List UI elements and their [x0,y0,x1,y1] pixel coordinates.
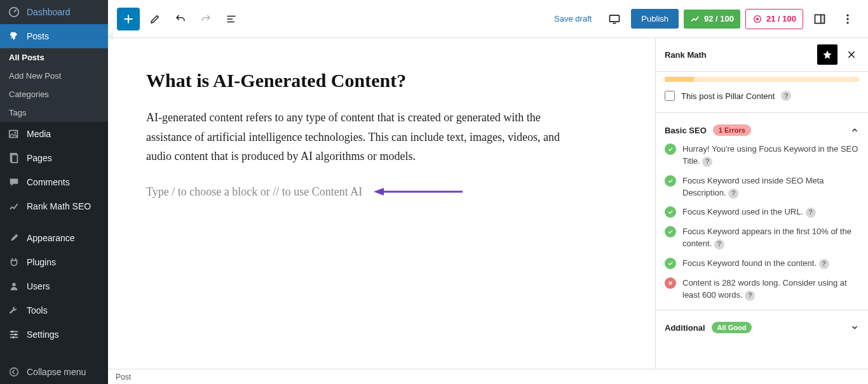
star-icon [822,50,832,60]
sliders-icon [8,328,20,341]
admin-sidebar: Dashboard Posts All Posts Add New Post C… [0,0,108,384]
help-icon[interactable]: ? [714,239,724,249]
help-icon[interactable]: ? [728,189,738,199]
seo-check-list: Hurray! You're using Focus Keyword in th… [656,143,868,310]
seo-check-text: Focus Keyword appears in the first 10% o… [682,226,859,250]
chevron-down-icon [850,323,859,332]
section-basic-seo[interactable]: Basic SEO 1 Errors [656,113,868,143]
svg-point-8 [12,336,15,339]
subitem-categories[interactable]: Categories [0,85,108,103]
wrench-icon [8,304,20,317]
svg-point-17 [846,18,848,20]
pillar-content-checkbox[interactable] [665,91,675,101]
check-ok-icon [665,206,676,218]
editor-canvas[interactable]: What is AI-Generated Content? AI-generat… [108,38,655,369]
seo-check-item: Focus Keyword found in the content. ? [665,258,859,270]
content-ai-score-value: 21 / 100 [766,14,796,23]
sidebar-item-label: Posts [27,31,49,41]
check-ok-icon [665,258,676,269]
svg-marker-20 [374,188,384,195]
sidebar-item-posts[interactable]: Posts [0,24,108,48]
seo-check-item: Hurray! You're using Focus Keyword in th… [665,143,859,168]
seo-score-badge[interactable]: 92 / 100 [684,10,740,29]
collapse-label: Collapse menu [27,367,86,377]
close-icon [846,50,857,60]
edit-mode-button[interactable] [145,9,165,29]
svg-point-6 [11,331,14,333]
svg-point-16 [846,14,848,16]
score-strip [665,77,859,82]
publish-button[interactable]: Publish [631,9,679,29]
sidebar-item-label: Settings [27,329,59,340]
sidebar-item-media[interactable]: Media [0,122,108,146]
sidebar-item-pages[interactable]: Pages [0,146,108,170]
pillar-label: This post is Pillar Content [681,91,775,101]
seo-check-item: Focus Keyword used in the URL. ? [665,206,859,218]
sidebar-item-appearance[interactable]: Appearance [0,226,108,250]
preview-button[interactable] [603,8,626,30]
breadcrumb[interactable]: Post [108,369,868,384]
pin-icon [8,30,20,43]
svg-point-12 [756,18,759,20]
panel-title: Rank Math [665,50,811,60]
sidebar-item-label: Media [27,129,51,139]
plug-icon [8,256,20,268]
undo-button[interactable] [170,9,191,29]
settings-panel-toggle[interactable] [808,8,831,30]
check-ok-icon [665,143,676,155]
sidebar-item-label: Pages [27,153,52,163]
subitem-tags[interactable]: Tags [0,103,108,122]
check-ok-icon [665,226,676,237]
collapse-icon [8,366,20,378]
subitem-add-new-post[interactable]: Add New Post [0,67,108,85]
seo-check-text: Focus Keyword used inside SEO Meta Descr… [682,175,859,199]
sidebar-item-settings[interactable]: Settings [0,322,108,347]
subitem-all-posts[interactable]: All Posts [0,48,108,67]
brush-icon [8,232,20,244]
sidebar-item-comments[interactable]: Comments [0,170,108,194]
block-placeholder[interactable]: Type / to choose a block or // to use Co… [146,185,362,199]
pages-icon [8,152,20,164]
sidebar-item-label: Appearance [27,233,75,243]
ok-chip: All Good [712,322,752,333]
help-icon[interactable]: ? [819,259,829,269]
seo-check-text: Hurray! You're using Focus Keyword in th… [682,143,859,168]
sidebar-item-label: Tools [27,305,48,315]
seo-check-text: Content is 282 words long. Consider usin… [682,277,859,301]
content-ai-score-badge[interactable]: 21 / 100 [745,9,803,29]
svg-point-2 [14,132,16,134]
star-button[interactable] [817,44,837,65]
options-menu-button[interactable] [836,8,859,30]
error-chip: 1 Errors [713,124,751,136]
svg-rect-10 [610,15,620,22]
check-fail-icon [665,277,676,289]
sidebar-item-dashboard[interactable]: Dashboard [0,0,108,24]
posts-submenu: All Posts Add New Post Categories Tags [0,48,108,122]
comments-icon [8,176,20,189]
document-overview-button[interactable] [221,9,241,29]
seo-check-item: Focus Keyword appears in the first 10% o… [665,226,859,250]
sidebar-item-plugins[interactable]: Plugins [0,250,108,274]
post-body[interactable]: AI-generated content refers to any type … [146,108,578,166]
sidebar-item-label: Comments [27,177,70,187]
help-icon[interactable]: ? [806,208,816,218]
media-icon [8,128,20,140]
check-ok-icon [665,175,676,187]
redo-button[interactable] [196,9,216,29]
sidebar-item-rank-math-seo[interactable]: Rank Math SEO [0,194,108,218]
collapse-menu[interactable]: Collapse menu [0,360,108,384]
help-icon[interactable]: ? [702,157,712,167]
sidebar-item-users[interactable]: Users [0,274,108,298]
help-icon[interactable]: ? [781,91,791,101]
section-additional[interactable]: Additional All Good [656,310,868,341]
sidebar-item-tools[interactable]: Tools [0,298,108,322]
section-label: Additional [665,323,705,333]
help-icon[interactable]: ? [745,291,755,301]
close-panel-button[interactable] [844,47,859,62]
post-title[interactable]: What is AI-Generated Content? [146,70,617,91]
save-draft-button[interactable]: Save draft [548,10,598,27]
sidebar-item-label: Rank Math SEO [27,201,91,211]
section-label: Basic SEO [665,126,707,135]
add-block-button[interactable] [117,8,140,30]
target-icon [752,14,763,24]
